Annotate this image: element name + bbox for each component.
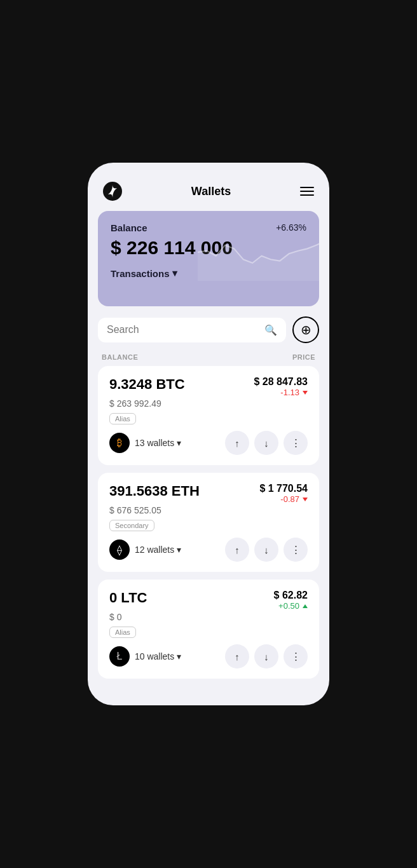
down-arrow-icon bbox=[303, 391, 308, 395]
eth-wallets[interactable]: ⟠ 12 wallets ▾ bbox=[109, 539, 181, 560]
eth-icon: ⟠ bbox=[109, 539, 130, 560]
asset-card-btc: 9.3248 BTC $ 28 847.83 -1.13 $ 263 992.4… bbox=[98, 366, 319, 465]
asset-card-ltc: 0 LTC $ 62.82 +0.50 $ 0 Alias Ł 10 walle… bbox=[98, 580, 319, 679]
eth-amount: 391.5638 ETH bbox=[109, 483, 200, 499]
logo-icon bbox=[103, 182, 122, 201]
search-box: 🔍 bbox=[98, 318, 286, 342]
ltc-actions: ↑ ↓ ⋮ bbox=[225, 644, 308, 668]
balance-col-label: BALANCE bbox=[102, 353, 138, 361]
eth-actions: ↑ ↓ ⋮ bbox=[225, 538, 308, 562]
phone-container: Wallets Balance +6.63% $ 226 114 000 Tra… bbox=[88, 163, 329, 705]
search-row: 🔍 ⊕ bbox=[98, 316, 319, 343]
page-title: Wallets bbox=[191, 185, 231, 198]
btc-send-button[interactable]: ↑ bbox=[225, 431, 249, 455]
chevron-down-icon: ▾ bbox=[177, 651, 181, 661]
plus-icon: ⊕ bbox=[301, 322, 311, 337]
btc-wallets[interactable]: ₿ 13 wallets ▾ bbox=[109, 433, 181, 453]
btc-more-button[interactable]: ⋮ bbox=[284, 431, 308, 455]
btc-actions: ↑ ↓ ⋮ bbox=[225, 431, 308, 455]
ltc-tag: Alias bbox=[109, 627, 136, 638]
ltc-icon: Ł bbox=[109, 646, 130, 667]
ltc-wallet-count: 10 wallets ▾ bbox=[135, 651, 181, 661]
eth-send-button[interactable]: ↑ bbox=[225, 538, 249, 562]
eth-receive-button[interactable]: ↓ bbox=[254, 538, 278, 562]
ltc-receive-button[interactable]: ↓ bbox=[254, 644, 278, 668]
chevron-down-icon: ▾ bbox=[177, 545, 181, 555]
search-input[interactable] bbox=[107, 324, 259, 336]
price-col-label: PRICE bbox=[292, 353, 315, 361]
down-arrow-icon bbox=[303, 498, 308, 501]
balance-card: Balance +6.63% $ 226 114 000 Transaction… bbox=[98, 211, 319, 306]
ltc-send-button[interactable]: ↑ bbox=[225, 644, 249, 668]
btc-tag: Alias bbox=[109, 413, 136, 424]
balance-label: Balance bbox=[111, 222, 147, 233]
btc-change: -1.13 bbox=[280, 388, 308, 397]
ltc-wallets[interactable]: Ł 10 wallets ▾ bbox=[109, 646, 181, 667]
eth-tag: Secondary bbox=[109, 520, 154, 531]
btc-receive-button[interactable]: ↓ bbox=[254, 431, 278, 455]
ltc-more-button[interactable]: ⋮ bbox=[284, 644, 308, 668]
up-arrow-icon bbox=[303, 604, 308, 608]
ltc-usd-value: $ 0 bbox=[109, 612, 308, 622]
hamburger-icon[interactable] bbox=[300, 187, 314, 196]
asset-card-eth: 391.5638 ETH $ 1 770.54 -0.87 $ 676 525.… bbox=[98, 473, 319, 572]
btc-usd-value: $ 263 992.49 bbox=[109, 398, 308, 409]
header: Wallets bbox=[98, 175, 319, 211]
btc-footer: ₿ 13 wallets ▾ ↑ ↓ ⋮ bbox=[109, 431, 308, 455]
btc-price: $ 28 847.83 bbox=[254, 376, 308, 388]
eth-wallet-count: 12 wallets ▾ bbox=[135, 545, 181, 555]
eth-usd-value: $ 676 525.05 bbox=[109, 505, 308, 515]
eth-change: -0.87 bbox=[280, 494, 308, 504]
eth-footer: ⟠ 12 wallets ▾ ↑ ↓ ⋮ bbox=[109, 538, 308, 562]
eth-price: $ 1 770.54 bbox=[259, 483, 308, 494]
column-headers: BALANCE PRICE bbox=[98, 353, 319, 366]
search-icon: 🔍 bbox=[264, 324, 277, 336]
eth-more-button[interactable]: ⋮ bbox=[284, 538, 308, 562]
balance-chart bbox=[198, 224, 319, 281]
chevron-down-icon: ▾ bbox=[177, 438, 181, 448]
btc-wallet-count: 13 wallets ▾ bbox=[135, 438, 181, 448]
chevron-down-icon: ▾ bbox=[172, 268, 177, 279]
ltc-change: +0.50 bbox=[278, 601, 308, 611]
ltc-footer: Ł 10 wallets ▾ ↑ ↓ ⋮ bbox=[109, 644, 308, 668]
ltc-price: $ 62.82 bbox=[274, 590, 308, 601]
ltc-amount: 0 LTC bbox=[109, 590, 147, 606]
btc-icon: ₿ bbox=[109, 433, 130, 453]
add-wallet-button[interactable]: ⊕ bbox=[292, 316, 319, 343]
btc-amount: 9.3248 BTC bbox=[109, 376, 185, 393]
